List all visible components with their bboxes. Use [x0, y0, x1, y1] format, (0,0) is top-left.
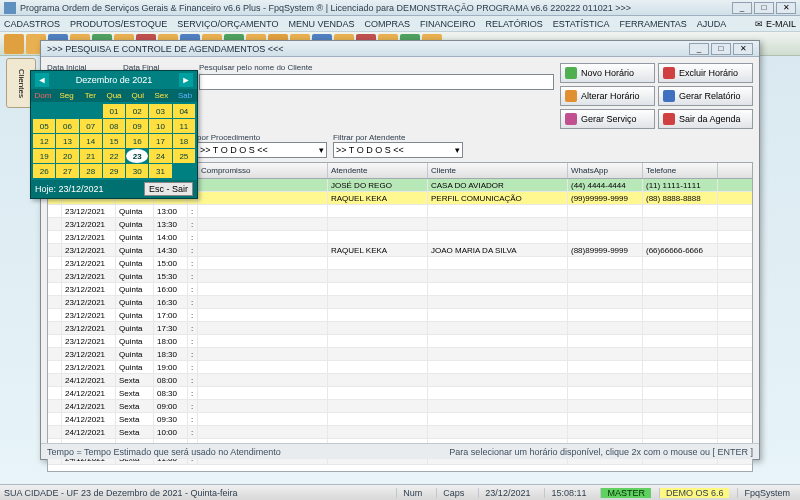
- cal-day-23[interactable]: 23: [126, 149, 148, 163]
- menu-cadastros[interactable]: CADASTROS: [4, 19, 60, 29]
- cal-day-17[interactable]: 17: [149, 134, 171, 148]
- close-button[interactable]: ✕: [776, 2, 796, 14]
- table-row[interactable]: 24/12/2021Sexta08:00:: [48, 374, 752, 387]
- report-icon: [663, 90, 675, 102]
- table-row[interactable]: 23/12/2021Quinta13:00:: [48, 205, 752, 218]
- col-compromisso[interactable]: Compromisso: [198, 163, 328, 178]
- filter-att-label: Filtrar por Atendente: [333, 133, 463, 142]
- maximize-button[interactable]: □: [754, 2, 774, 14]
- cal-dow-qua: Qua: [102, 89, 126, 102]
- novo-horario-button[interactable]: Novo Horário: [560, 63, 655, 83]
- status-num: Num: [396, 488, 428, 498]
- modal-close-button[interactable]: ✕: [733, 43, 753, 55]
- cal-day-4[interactable]: 04: [173, 104, 195, 118]
- cal-day-6[interactable]: 06: [56, 119, 78, 133]
- cal-day-27[interactable]: 27: [56, 164, 78, 178]
- filter-proc-select[interactable]: >> T O D O S <<▾: [197, 142, 327, 158]
- cal-day-18[interactable]: 18: [173, 134, 195, 148]
- toolbar-icon-1[interactable]: [4, 34, 24, 54]
- table-row[interactable]: 23/12/2021Quinta17:00:: [48, 309, 752, 322]
- col-telefone[interactable]: Telefone: [643, 163, 718, 178]
- menu-servico[interactable]: SERVIÇO/ORÇAMENTO: [177, 19, 278, 29]
- grid-body[interactable]: 23/12/2021QuintaJOSÉ DO REGOCASA DO AVIA…: [48, 179, 752, 472]
- status-brand: FpqSystem: [737, 488, 796, 498]
- excluir-horario-button[interactable]: Excluir Horário: [658, 63, 753, 83]
- table-row[interactable]: 23/12/2021Quinta13:30:: [48, 218, 752, 231]
- cal-day-25[interactable]: 25: [173, 149, 195, 163]
- table-row[interactable]: 24/12/2021Sexta09:30:: [48, 413, 752, 426]
- cal-day-16[interactable]: 16: [126, 134, 148, 148]
- cal-day-22[interactable]: 22: [103, 149, 125, 163]
- table-row[interactable]: 23/12/2021Quinta19:00:: [48, 361, 752, 374]
- cal-day-28[interactable]: 28: [80, 164, 102, 178]
- cal-prev-button[interactable]: ◄: [35, 73, 49, 87]
- cal-day-9[interactable]: 09: [126, 119, 148, 133]
- cal-day-13[interactable]: 13: [56, 134, 78, 148]
- cal-day-26[interactable]: 26: [33, 164, 55, 178]
- menu-email[interactable]: ✉ E-MAIL: [755, 19, 796, 29]
- table-row[interactable]: 23/12/2021Quinta16:30:: [48, 296, 752, 309]
- cal-dow-dom: Dom: [31, 89, 55, 102]
- cal-day-29[interactable]: 29: [103, 164, 125, 178]
- cal-day-5[interactable]: 05: [33, 119, 55, 133]
- menu-produtos[interactable]: PRODUTOS/ESTOQUE: [70, 19, 167, 29]
- cal-day-19[interactable]: 19: [33, 149, 55, 163]
- schedule-grid: Data T Compromisso Atendente Cliente Wha…: [47, 162, 753, 472]
- cal-day-10[interactable]: 10: [149, 119, 171, 133]
- gerar-servico-button[interactable]: Gerar Serviço: [560, 109, 655, 129]
- sair-agenda-button[interactable]: Sair da Agenda: [658, 109, 753, 129]
- exit-icon: [663, 113, 675, 125]
- col-whatsapp[interactable]: WhatsApp: [568, 163, 643, 178]
- alterar-horario-button[interactable]: Alterar Horário: [560, 86, 655, 106]
- minimize-button[interactable]: _: [732, 2, 752, 14]
- menu-ajuda[interactable]: AJUDA: [697, 19, 727, 29]
- plus-icon: [565, 67, 577, 79]
- modal-minimize-button[interactable]: _: [689, 43, 709, 55]
- table-row[interactable]: 23/12/2021Quinta16:00:: [48, 283, 752, 296]
- menu-relatorios[interactable]: RELATÓRIOS: [485, 19, 542, 29]
- table-row[interactable]: 23/12/2021Quinta14:00:: [48, 231, 752, 244]
- modal-maximize-button[interactable]: □: [711, 43, 731, 55]
- cal-dow-ter: Ter: [78, 89, 102, 102]
- table-row[interactable]: 24/12/2021Sexta08:30:: [48, 387, 752, 400]
- cal-day-20[interactable]: 20: [56, 149, 78, 163]
- cal-day-14[interactable]: 14: [80, 134, 102, 148]
- table-row[interactable]: 23/12/2021Quinta14:30:RAQUEL KEKAJOAO MA…: [48, 244, 752, 257]
- cal-day-31[interactable]: 31: [149, 164, 171, 178]
- cal-dow-qui: Qui: [126, 89, 150, 102]
- cal-dow-row: DomSegTerQuaQuiSexSab: [31, 89, 197, 102]
- menu-compras[interactable]: COMPRAS: [364, 19, 410, 29]
- menu-financeiro[interactable]: FINANCEIRO: [420, 19, 476, 29]
- table-row[interactable]: 23/12/2021Quinta15:30:: [48, 270, 752, 283]
- col-atendente[interactable]: Atendente: [328, 163, 428, 178]
- app-title: Programa Ordem de Serviços Gerais & Fina…: [20, 3, 732, 13]
- search-input[interactable]: [199, 74, 554, 90]
- col-cliente[interactable]: Cliente: [428, 163, 568, 178]
- cal-day-12[interactable]: 12: [33, 134, 55, 148]
- cal-esc-button[interactable]: Esc - Sair: [144, 182, 193, 196]
- modal-title: >>> PESQUISA E CONTROLE DE AGENDAMENTOS …: [47, 44, 689, 54]
- cal-day-3[interactable]: 03: [149, 104, 171, 118]
- cal-day-11[interactable]: 11: [173, 119, 195, 133]
- table-row[interactable]: 24/12/2021Sexta09:00:: [48, 400, 752, 413]
- cal-day-21[interactable]: 21: [80, 149, 102, 163]
- table-row[interactable]: 23/12/2021Quinta15:00:: [48, 257, 752, 270]
- table-row[interactable]: 23/12/2021Quinta18:30:: [48, 348, 752, 361]
- menu-ferramentas[interactable]: FERRAMENTAS: [619, 19, 686, 29]
- gerar-relatorio-button[interactable]: Gerar Relatório: [658, 86, 753, 106]
- cal-day-1[interactable]: 01: [103, 104, 125, 118]
- table-row[interactable]: 24/12/2021Sexta10:00:: [48, 426, 752, 439]
- menu-vendas[interactable]: MENU VENDAS: [288, 19, 354, 29]
- cal-day-15[interactable]: 15: [103, 134, 125, 148]
- cal-day-2[interactable]: 02: [126, 104, 148, 118]
- menu-estatistica[interactable]: ESTATÍSTICA: [553, 19, 610, 29]
- table-row[interactable]: 23/12/2021Quinta17:30:: [48, 322, 752, 335]
- cal-day-30[interactable]: 30: [126, 164, 148, 178]
- cal-day-8[interactable]: 08: [103, 119, 125, 133]
- cal-next-button[interactable]: ►: [179, 73, 193, 87]
- table-row[interactable]: 23/12/2021Quinta18:00:: [48, 335, 752, 348]
- filter-att-select[interactable]: >> T O D O S <<▾: [333, 142, 463, 158]
- cal-day-7[interactable]: 07: [80, 119, 102, 133]
- cal-month-label: Dezembro de 2021: [76, 75, 153, 85]
- cal-day-24[interactable]: 24: [149, 149, 171, 163]
